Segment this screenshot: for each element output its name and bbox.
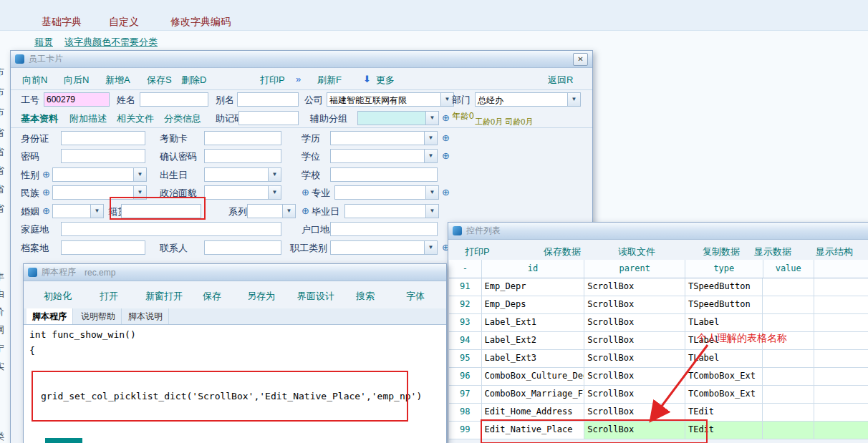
- tab-extra-desc[interactable]: 附加描述: [69, 112, 107, 125]
- add-button[interactable]: 新增A: [105, 74, 130, 87]
- id-card-input[interactable]: [61, 131, 145, 145]
- graduation-date-picker[interactable]: ▼: [344, 204, 439, 218]
- search-button[interactable]: 搜索: [356, 290, 375, 303]
- emp-no-input[interactable]: 600279: [44, 92, 110, 107]
- company-combo[interactable]: 福建智能互联网有限 ▼: [327, 92, 454, 107]
- col-header-index[interactable]: -: [449, 260, 482, 278]
- print-button[interactable]: 打印P: [465, 245, 490, 258]
- cell-id[interactable]: Emp_Depr: [482, 278, 585, 296]
- cell-id[interactable]: Label_Ext3: [482, 350, 585, 368]
- chevron-down-icon[interactable]: ▼: [268, 186, 281, 199]
- save-button[interactable]: 保存: [203, 290, 221, 303]
- chevron-down-icon[interactable]: ▼: [424, 241, 437, 254]
- chevrons-icon[interactable]: »: [296, 74, 301, 84]
- cell-id[interactable]: Label_Ext1: [482, 314, 585, 332]
- print-button[interactable]: 打印P: [260, 74, 285, 87]
- table-row[interactable]: 96 ComboBox_Culture_Degree ScrollBox TCo…: [449, 368, 868, 386]
- mnemonic-input[interactable]: [238, 111, 299, 125]
- cell-parent[interactable]: ScrollBox: [584, 296, 685, 314]
- politics-combo[interactable]: ▼: [204, 185, 281, 200]
- cell-parent[interactable]: ScrollBox: [584, 404, 685, 422]
- chevron-down-icon[interactable]: ▼: [424, 132, 437, 145]
- control-list-titlebar[interactable]: 控件列表: [448, 223, 868, 240]
- table-row[interactable]: 98 Edit_Home_Address ScrollBox TEdit: [449, 404, 868, 422]
- cell-value[interactable]: [763, 350, 814, 368]
- tab-related-files[interactable]: 相关文件: [117, 112, 154, 125]
- show-structure-button[interactable]: 显示结构: [816, 245, 853, 258]
- cell-num[interactable]: 93: [449, 314, 482, 332]
- ethnicity-combo[interactable]: ▼: [52, 185, 147, 200]
- calendar-dropdown-icon[interactable]: ▼: [425, 205, 438, 218]
- plus-icon[interactable]: ⊕: [42, 205, 50, 217]
- cell-value[interactable]: [763, 296, 814, 314]
- cell-type[interactable]: TComboBox_Ext: [685, 368, 763, 386]
- cell-num[interactable]: 92: [449, 296, 482, 314]
- copy-data-button[interactable]: 复制数据: [703, 245, 740, 258]
- tab-classification[interactable]: 分类信息: [164, 112, 201, 125]
- read-file-button[interactable]: 读取文件: [618, 245, 655, 258]
- tab-custom[interactable]: 自定义: [109, 16, 139, 29]
- cell-type[interactable]: TLabel: [685, 350, 763, 368]
- cell-parent[interactable]: ScrollBox: [584, 332, 685, 350]
- chevron-down-icon[interactable]: ▼: [424, 150, 437, 162]
- code-editor[interactable]: int func_show_win() { grid_set_col_pickl…: [24, 325, 446, 443]
- plus-icon[interactable]: ⊕: [442, 150, 450, 162]
- chevron-down-icon[interactable]: ▼: [425, 112, 438, 125]
- cell-num[interactable]: 95: [449, 350, 482, 368]
- cell-value[interactable]: [763, 314, 814, 332]
- next-button[interactable]: 向后N: [64, 74, 89, 87]
- col-header-type[interactable]: type: [685, 260, 763, 278]
- name-input[interactable]: [140, 92, 208, 107]
- save-data-button[interactable]: 保存数据: [544, 245, 581, 258]
- gender-combo[interactable]: ▼: [52, 167, 147, 182]
- table-row[interactable]: 95 Label_Ext3 ScrollBox TLabel: [449, 350, 868, 368]
- cell-parent[interactable]: ScrollBox: [584, 314, 685, 332]
- prev-button[interactable]: 向前N: [22, 74, 47, 87]
- birthday-date-picker[interactable]: ▼: [204, 167, 281, 182]
- cell-num[interactable]: 96: [449, 368, 482, 386]
- cell-parent[interactable]: ScrollBox: [584, 422, 685, 439]
- tab-modify-dict-code[interactable]: 修改字典编码: [170, 16, 231, 29]
- cell-type[interactable]: TLabel: [685, 314, 763, 332]
- password-input[interactable]: [61, 149, 145, 163]
- cell-value[interactable]: [763, 278, 814, 296]
- table-row[interactable]: 94 Label_Ext2 ScrollBox TLabel: [449, 332, 868, 350]
- plus-icon[interactable]: ⊕: [302, 187, 309, 198]
- tab-basic-dictionary[interactable]: 基础字典: [42, 16, 82, 29]
- plus-icon[interactable]: ⊕: [42, 169, 50, 180]
- chevron-down-icon[interactable]: ▼: [425, 186, 438, 199]
- dept-combo[interactable]: 总经办 ▼: [475, 92, 581, 107]
- plus-icon[interactable]: ⊕: [42, 187, 50, 198]
- cell-value[interactable]: [763, 386, 814, 404]
- table-row[interactable]: 97 ComboBox_Marriage_Flag ScrollBox TCom…: [449, 386, 868, 404]
- cell-value[interactable]: [763, 422, 814, 439]
- plus-icon[interactable]: ⊕: [442, 112, 450, 124]
- link-native-place[interactable]: 籍贯: [34, 36, 53, 49]
- open-button[interactable]: 打开: [100, 290, 118, 303]
- education-combo[interactable]: ▼: [330, 131, 438, 145]
- home-address-input[interactable]: [61, 222, 281, 236]
- tab-script-desc[interactable]: 脚本说明: [122, 308, 169, 324]
- chevron-down-icon[interactable]: ▼: [567, 93, 580, 106]
- tab-help[interactable]: 说明帮助: [75, 308, 122, 324]
- cell-parent[interactable]: ScrollBox: [584, 386, 685, 404]
- close-icon[interactable]: ✕: [573, 53, 588, 66]
- font-button[interactable]: 字体: [406, 290, 425, 303]
- cell-type[interactable]: TComboBox_Ext: [685, 386, 763, 404]
- refresh-button[interactable]: 刷新F: [317, 74, 342, 87]
- save-as-button[interactable]: 另存为: [247, 290, 275, 303]
- save-button[interactable]: 保存S: [147, 74, 172, 87]
- cell-parent[interactable]: ScrollBox: [584, 350, 685, 368]
- cell-type[interactable]: TEdit: [685, 422, 763, 439]
- cell-value[interactable]: [763, 404, 814, 422]
- cell-value[interactable]: [763, 368, 814, 386]
- cell-num[interactable]: 99: [449, 422, 482, 439]
- chevron-down-icon[interactable]: ▼: [133, 168, 146, 181]
- household-address-input[interactable]: [330, 222, 438, 236]
- table-row[interactable]: 93 Label_Ext1 ScrollBox TLabel: [449, 314, 868, 332]
- calendar-dropdown-icon[interactable]: ▼: [268, 168, 281, 181]
- ui-design-button[interactable]: 界面设计: [297, 290, 334, 303]
- tab-basic-info[interactable]: 基本资料: [21, 112, 58, 125]
- tab-script[interactable]: 脚本程序: [26, 308, 73, 324]
- native-place-input[interactable]: [121, 204, 201, 218]
